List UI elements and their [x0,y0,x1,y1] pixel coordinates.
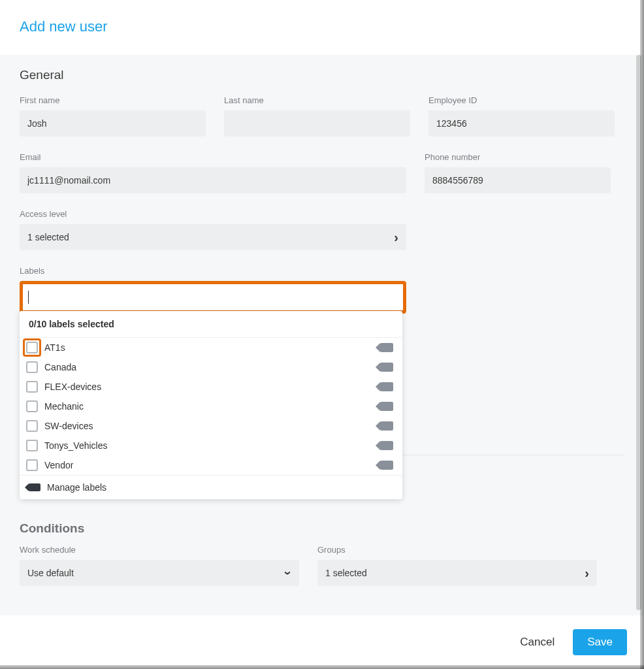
checkbox-icon[interactable] [26,440,38,451]
labels-option-label: SW-devices [44,421,93,431]
checkbox-icon[interactable] [26,420,38,432]
text-cursor-icon [28,291,29,304]
groups-select[interactable]: 1 selected [317,560,597,586]
tag-icon [380,461,393,470]
labels-option[interactable]: AT1s [20,338,402,357]
first-name-label: First name [20,95,206,105]
labels-option-label: Vendor [44,460,73,470]
page-title: Add new user [20,18,624,35]
labels-option-label: Mechanic [44,401,84,412]
manage-labels-label: Manage labels [47,482,106,493]
labels-option-label: FLEX-devices [44,382,101,392]
employee-id-input[interactable] [428,110,615,137]
last-name-label: Last name [224,95,410,105]
phone-input[interactable] [425,167,611,193]
tag-icon [380,382,393,391]
labels-selected-count: 0/10 labels selected [20,311,402,338]
phone-label: Phone number [425,152,611,162]
labels-option[interactable]: SW-devices [20,416,402,436]
tag-icon [380,343,393,352]
checkbox-icon[interactable] [26,459,38,471]
tag-icon [380,421,393,431]
groups-value: 1 selected [325,568,367,578]
labels-dropdown: 0/10 labels selected AT1s [20,311,402,499]
shadow-decoration [0,665,644,669]
work-schedule-value: Use default [27,568,74,578]
access-level-select[interactable]: 1 selected [20,224,406,250]
work-schedule-select[interactable]: Use default [20,560,299,586]
work-schedule-label: Work schedule [20,545,299,555]
shadow-decoration [640,0,644,669]
labels-option[interactable]: Tonys_Vehicles [20,436,402,455]
manage-labels-button[interactable]: Manage labels [20,475,402,499]
checkbox-icon[interactable] [26,381,38,393]
tag-icon [29,483,40,491]
tag-icon [380,363,393,372]
tag-icon [380,441,393,450]
footer-actions: Cancel Save [0,615,644,669]
save-button[interactable]: Save [573,629,627,655]
checkbox-icon[interactable] [26,361,38,373]
last-name-input[interactable] [224,110,410,137]
groups-label: Groups [317,545,597,555]
chevron-down-icon [287,566,291,579]
chevron-right-icon [585,566,589,579]
cancel-button[interactable]: Cancel [513,630,561,654]
checkbox-icon[interactable] [26,400,38,412]
access-level-label: Access level [20,209,406,219]
labels-option[interactable]: FLEX-devices [20,377,402,397]
labels-option[interactable]: Vendor [20,455,402,475]
chevron-right-icon [394,231,398,244]
section-conditions: Work schedule Use default Groups 1 selec… [0,545,644,606]
labels-option-label: Canada [44,362,76,372]
checkbox-icon[interactable] [26,342,38,353]
labels-option-label: AT1s [44,342,65,353]
labels-label: Labels [20,266,406,276]
access-level-value: 1 selected [27,232,69,242]
section-general: General First name Last name Employee ID [0,55,644,320]
labels-option-list: AT1s Canada [20,338,402,475]
form-scroll-area: General First name Last name Employee ID [0,55,644,615]
labels-option[interactable]: Mechanic [20,397,402,416]
labels-input-highlight [20,281,406,314]
email-input[interactable] [20,167,406,193]
tag-icon [380,402,393,411]
section-conditions-title: Conditions [0,521,644,545]
employee-id-label: Employee ID [428,95,615,105]
email-label: Email [20,152,406,162]
labels-option-label: Tonys_Vehicles [44,440,108,451]
labels-option[interactable]: Canada [20,357,402,377]
first-name-input[interactable] [20,110,206,137]
labels-search-input[interactable] [30,284,398,310]
section-general-title: General [20,68,624,82]
